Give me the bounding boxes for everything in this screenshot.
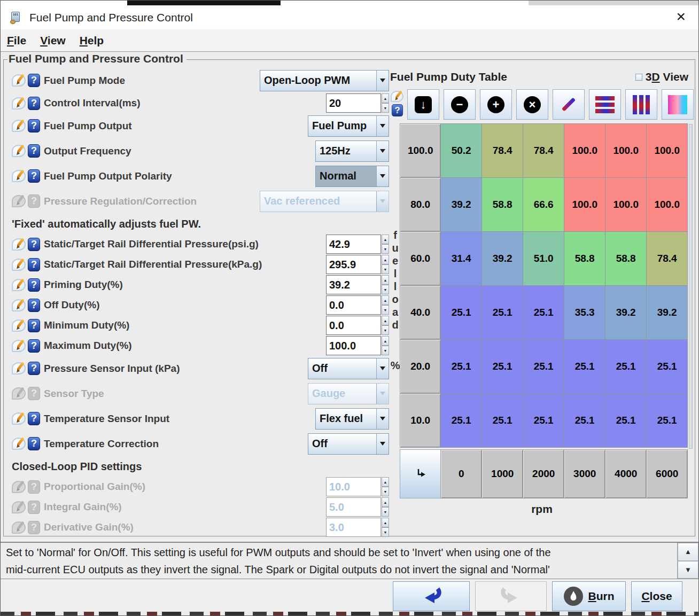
- edit-pencil-icon[interactable]: [391, 91, 403, 102]
- help-question-icon[interactable]: ?: [28, 144, 40, 158]
- duty-cell[interactable]: 25.1: [646, 393, 688, 448]
- spin-down-button[interactable]: ▼: [382, 264, 389, 274]
- duty-cell[interactable]: 25.1: [605, 393, 647, 448]
- duty-cell[interactable]: 100.0: [564, 123, 605, 178]
- multiply-button[interactable]: ×: [516, 89, 548, 120]
- edit-pencil-icon[interactable]: [12, 340, 26, 352]
- duty-cell[interactable]: 25.1: [523, 393, 564, 448]
- spin-up-button[interactable]: ▲: [382, 255, 389, 264]
- scroll-down-button[interactable]: ▼: [678, 561, 698, 579]
- duty-cell[interactable]: 25.1: [481, 285, 523, 340]
- duty-cell[interactable]: 100.0: [646, 123, 688, 178]
- edit-pencil-icon[interactable]: [12, 120, 26, 132]
- gradient-scale-button[interactable]: [662, 89, 694, 120]
- row-header-cell[interactable]: 60.0: [400, 231, 441, 286]
- spin-up-button[interactable]: ▲: [382, 316, 389, 325]
- set-value-button[interactable]: ↓: [407, 89, 439, 120]
- spin-down-button[interactable]: ▼: [382, 305, 389, 315]
- duty-cell[interactable]: 25.1: [440, 285, 482, 340]
- window-close-button[interactable]: ×: [676, 9, 686, 25]
- spin-up-button[interactable]: ▲: [382, 275, 389, 285]
- spinner-value[interactable]: 100.0: [326, 336, 381, 355]
- close-button[interactable]: Close: [631, 581, 682, 611]
- duty-cell[interactable]: 25.1: [440, 393, 482, 448]
- help-question-icon[interactable]: ?: [28, 238, 40, 251]
- spinner-value[interactable]: 39.2: [326, 275, 381, 294]
- column-header-cell[interactable]: 0: [440, 449, 482, 498]
- duty-cell[interactable]: 51.0: [523, 231, 564, 286]
- duty-cell[interactable]: 58.8: [605, 231, 647, 286]
- row-header-cell[interactable]: 20.0: [400, 339, 441, 394]
- help-question-icon[interactable]: ?: [28, 119, 40, 132]
- column-header-cell[interactable]: 3000: [564, 449, 605, 498]
- spin-down-button[interactable]: ▼: [382, 285, 389, 294]
- help-question-icon[interactable]: ?: [28, 412, 40, 425]
- combo-dropdown-button[interactable]: [376, 71, 389, 91]
- duty-cell[interactable]: 25.1: [564, 393, 605, 448]
- burn-button[interactable]: Burn: [552, 581, 626, 611]
- duty-cell[interactable]: 50.2: [440, 123, 482, 178]
- duty-cell[interactable]: 58.8: [481, 177, 523, 232]
- spin-up-button[interactable]: ▲: [382, 295, 389, 305]
- menu-help[interactable]: Help: [80, 34, 104, 47]
- combo-temperature-correction[interactable]: Off: [308, 433, 389, 455]
- table-scrollbar[interactable]: [689, 124, 693, 449]
- duty-cell[interactable]: 100.0: [564, 177, 605, 232]
- help-question-icon[interactable]: ?: [28, 437, 40, 450]
- spin-down-button[interactable]: ▼: [382, 346, 389, 355]
- combo-pressure-sensor-input-kpa[interactable]: Off: [308, 358, 389, 379]
- combo-dropdown-button[interactable]: [376, 166, 389, 186]
- duty-cell[interactable]: 39.2: [481, 231, 523, 286]
- edit-pencil-icon[interactable]: [12, 438, 26, 450]
- edit-pencil-icon[interactable]: [12, 362, 26, 375]
- edit-pencil-icon[interactable]: [12, 259, 26, 271]
- spin-up-button[interactable]: ▲: [382, 235, 389, 244]
- column-header-cell[interactable]: 1000: [481, 449, 523, 498]
- decrement-button[interactable]: −: [444, 89, 476, 120]
- duty-cell[interactable]: 78.4: [523, 123, 564, 178]
- duty-cell[interactable]: 39.2: [646, 285, 688, 340]
- duty-cell[interactable]: 100.0: [605, 177, 647, 232]
- edit-pencil-icon[interactable]: [12, 412, 26, 425]
- duty-cell[interactable]: 39.2: [440, 177, 482, 232]
- spin-down-button[interactable]: ▼: [382, 103, 389, 113]
- duty-cell[interactable]: 78.4: [481, 123, 523, 178]
- duty-cell[interactable]: 31.4: [440, 231, 482, 286]
- axis-corner-cell[interactable]: [400, 449, 441, 498]
- help-question-icon[interactable]: ?: [28, 278, 40, 292]
- spin-down-button[interactable]: ▼: [382, 325, 389, 335]
- interpolate-button[interactable]: [553, 89, 585, 120]
- spinner-value[interactable]: 20: [326, 93, 381, 113]
- help-question-icon[interactable]: ?: [28, 169, 40, 183]
- interpolate-vertical-button[interactable]: [625, 89, 657, 120]
- edit-pencil-icon[interactable]: [12, 74, 26, 87]
- interpolate-horizontal-button[interactable]: [589, 89, 621, 120]
- duty-cell[interactable]: 100.0: [605, 123, 647, 178]
- row-header-cell[interactable]: 80.0: [400, 177, 441, 232]
- help-question-icon[interactable]: ?: [28, 299, 40, 312]
- duty-cell[interactable]: 100.0: [646, 177, 688, 232]
- help-question-icon[interactable]: ?: [28, 319, 40, 332]
- spinner-value[interactable]: 0.0: [326, 316, 381, 335]
- row-header-cell[interactable]: 40.0: [400, 285, 441, 340]
- edit-pencil-icon[interactable]: [12, 238, 26, 251]
- edit-pencil-icon[interactable]: [12, 279, 26, 291]
- spinner-value[interactable]: 42.9: [326, 235, 381, 254]
- menu-view[interactable]: View: [40, 34, 66, 47]
- row-header-cell[interactable]: 100.0: [400, 123, 441, 178]
- duty-cell[interactable]: 39.2: [605, 285, 647, 340]
- spinner-value[interactable]: 0.0: [326, 295, 381, 315]
- duty-cell[interactable]: 25.1: [481, 339, 523, 394]
- view-3d-checkbox[interactable]: 3D View: [635, 71, 693, 83]
- combo-dropdown-button[interactable]: [376, 358, 389, 379]
- duty-cell[interactable]: 78.4: [646, 231, 688, 286]
- edit-pencil-icon[interactable]: [12, 319, 26, 332]
- column-header-cell[interactable]: 6000: [646, 449, 688, 498]
- spin-up-button[interactable]: ▲: [382, 336, 389, 346]
- combo-output-frequency[interactable]: 125Hz: [315, 141, 389, 162]
- help-question-icon[interactable]: ?: [28, 74, 40, 87]
- increment-button[interactable]: +: [480, 89, 512, 120]
- combo-dropdown-button[interactable]: [376, 409, 389, 429]
- duty-cell[interactable]: 25.1: [646, 339, 688, 394]
- duty-cell[interactable]: 25.1: [481, 393, 523, 448]
